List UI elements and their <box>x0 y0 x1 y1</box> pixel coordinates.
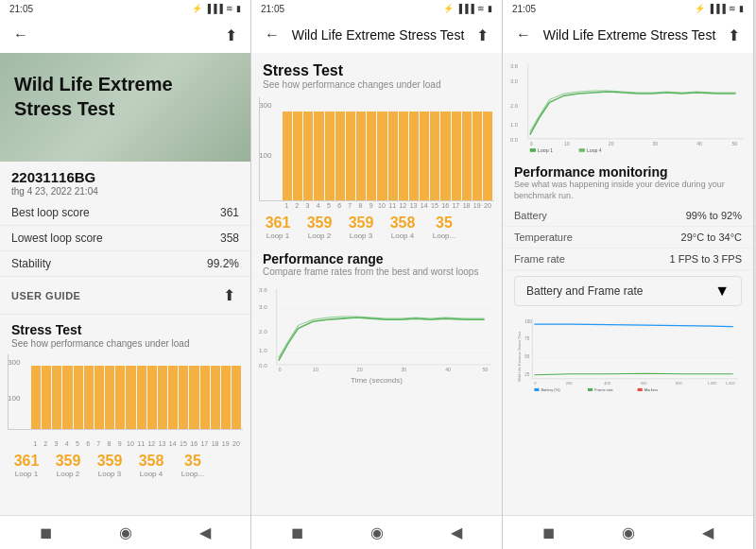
svg-text:0: 0 <box>279 367 282 372</box>
bar-chart-1 <box>8 354 243 430</box>
bar-12 <box>409 112 419 201</box>
best-loop-row: Best loop score 361 <box>0 200 250 226</box>
battery-stat-row: Battery 99% to 92% <box>503 205 753 227</box>
nav-circle-1[interactable]: ◉ <box>119 523 132 541</box>
svg-text:20: 20 <box>357 367 363 372</box>
time-1: 21:05 <box>9 4 33 14</box>
panel2-title: Wild Life Extreme Stress Test <box>284 27 472 43</box>
stress-title-2: Stress Test <box>263 62 490 79</box>
line-chart-panel2: 3.6 3.0 2.0 1.0 0.0 0 10 20 <box>251 279 502 378</box>
time-2: 21:05 <box>261 4 284 14</box>
perf-range-title: Performance range <box>263 251 490 266</box>
bar-9 <box>377 112 387 201</box>
perf-range-sub: Compare frame rates from the best and wo… <box>263 266 490 277</box>
lowest-loop-value: 358 <box>220 232 239 245</box>
bar-chart-area-2: 300 100 1234567891011121314151617181920 <box>251 94 502 211</box>
lowest-loop-row: Lowest loop score 358 <box>0 226 250 251</box>
svg-text:Loop 4: Loop 4 <box>335 373 351 374</box>
svg-text:3.0: 3.0 <box>510 78 518 84</box>
device-info: 22031116BG thg 4 23, 2022 21:04 <box>0 162 250 200</box>
wifi3: ≋ <box>729 4 736 13</box>
svg-text:40: 40 <box>445 367 451 372</box>
panel-1: 21:05 ⚡ ▐▐▐ ≋ ▮ ← ⬆ Wild Life ExtremeStr… <box>0 0 251 549</box>
loop-score-1-1: 361 Loop 1 <box>8 453 45 478</box>
stress-subtitle-1: See how performance changes under load <box>11 338 239 349</box>
bar-17 <box>211 366 220 430</box>
stability-value: 99.2% <box>207 257 239 270</box>
svg-text:200: 200 <box>566 381 573 386</box>
dropdown-battery-framerate[interactable]: Battery and Frame rate ▼ <box>514 276 742 306</box>
frame-chart-area: 3.6 3.0 2.0 1.0 0.0 0 10 20 30 40 50 <box>503 53 753 157</box>
top-bar-3: ← Wild Life Extreme Stress Test ⬆ <box>503 17 753 53</box>
svg-text:Loop 4: Loop 4 <box>587 147 602 153</box>
nav-back-1[interactable]: ◀ <box>199 523 211 541</box>
user-guide-label: USER GUIDE <box>11 290 80 301</box>
loop-score-1-2: 359 Loop 2 <box>49 453 87 478</box>
time-label-2: Time (seconds) <box>259 376 494 385</box>
svg-text:0.0: 0.0 <box>510 137 518 143</box>
back-button-1[interactable]: ← <box>9 25 32 45</box>
nav-back-3[interactable]: ◀ <box>702 523 713 541</box>
share-button-1[interactable]: ⬆ <box>221 25 241 46</box>
bar-0 <box>31 366 41 430</box>
bar-14 <box>430 112 439 201</box>
bar-11 <box>147 366 157 430</box>
nav-square-2[interactable]: ◼ <box>291 523 303 541</box>
bar-5 <box>335 112 345 201</box>
back-button-2[interactable]: ← <box>261 25 284 45</box>
panel3-content: 3.6 3.0 2.0 1.0 0.0 0 10 20 30 40 50 <box>503 53 753 515</box>
bar-17 <box>462 112 472 201</box>
temp-stat-value: 29°C to 34°C <box>681 232 742 243</box>
loop-val-1: 361 <box>14 453 40 470</box>
loop-lbl-1: Loop 1 <box>15 470 38 478</box>
bottom-nav-2: ◼ ◉ ◀ <box>251 515 502 549</box>
bar-7 <box>105 366 114 430</box>
svg-rect-57 <box>534 388 539 391</box>
loop-lbl-5: Loop... <box>181 470 204 478</box>
perf-range-header: Performance range Compare frame rates fr… <box>251 244 502 279</box>
bar-chart-2 <box>259 97 494 201</box>
nav-square-3[interactable]: ◼ <box>542 523 555 541</box>
svg-text:3.0: 3.0 <box>259 303 267 310</box>
bar-10 <box>137 366 146 430</box>
bar-13 <box>420 112 429 201</box>
svg-text:50: 50 <box>483 367 489 372</box>
svg-text:Wild Life Extreme Stress Test: Wild Life Extreme Stress Test <box>517 332 522 382</box>
user-guide-row[interactable]: USER GUIDE ⬆ <box>0 277 250 315</box>
bottom-nav-3: ◼ ◉ ◀ <box>503 515 753 549</box>
bar-7 <box>356 112 366 201</box>
best-loop-label: Best loop score <box>11 206 90 219</box>
nav-circle-3[interactable]: ◉ <box>622 523 635 541</box>
bar-16 <box>200 366 210 430</box>
user-guide-share[interactable]: ⬆ <box>219 284 239 306</box>
back-button-3[interactable]: ← <box>512 25 535 45</box>
stress-title-1: Stress Test <box>11 322 239 337</box>
share-button-3[interactable]: ⬆ <box>724 25 744 46</box>
x-axis-1: 1234567891011121314151617181920 <box>8 439 243 447</box>
svg-text:100: 100 <box>524 319 532 324</box>
nav-circle-2[interactable]: ◉ <box>370 523 384 541</box>
status-bar-1: 21:05 ⚡ ▐▐▐ ≋ ▮ <box>0 0 250 17</box>
bar-19 <box>232 366 241 430</box>
wifi2: ≋ <box>477 4 485 13</box>
batt3: ▮ <box>739 4 744 13</box>
panel3-title: Wild Life Extreme Stress Test <box>535 27 724 43</box>
svg-text:Markers: Markers <box>644 387 659 392</box>
bar-3 <box>314 112 323 201</box>
loop-val-2: 359 <box>56 453 81 470</box>
batt2: ▮ <box>488 4 492 13</box>
loop-scores-1: 361 Loop 1 359 Loop 2 359 Loop 3 358 Loo… <box>0 449 250 482</box>
svg-text:2.0: 2.0 <box>510 103 518 109</box>
sig3: ▐▐▐ <box>708 4 726 13</box>
hero-title: Wild Life ExtremeStress Test <box>14 72 236 121</box>
nav-back-2[interactable]: ◀ <box>451 523 462 541</box>
panel2-content: Stress Test See how performance changes … <box>251 53 502 515</box>
svg-text:30: 30 <box>401 367 406 372</box>
nav-square-1[interactable]: ◼ <box>40 523 52 541</box>
bar-3 <box>62 366 72 430</box>
svg-text:0: 0 <box>534 381 537 386</box>
loop-score-1-5: 35 Loop... <box>174 453 212 478</box>
bar-15 <box>440 112 450 201</box>
bar-16 <box>452 112 461 201</box>
share-button-2[interactable]: ⬆ <box>472 25 492 46</box>
